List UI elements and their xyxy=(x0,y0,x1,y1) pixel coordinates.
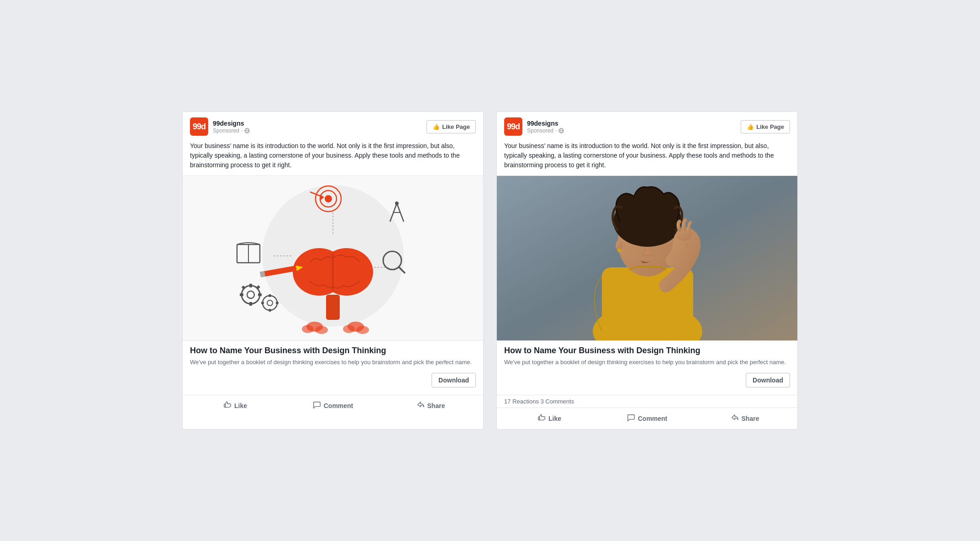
comment-action-1[interactable]: Comment xyxy=(284,397,382,414)
reactions-row: 17 Reactions 3 Comments xyxy=(497,395,797,408)
ad-content-box-1: How to Name Your Business with Design Th… xyxy=(183,341,483,395)
svg-rect-34 xyxy=(242,286,246,290)
brand-sub-2: Sponsored · xyxy=(527,127,564,134)
svg-rect-31 xyxy=(249,302,252,306)
ad-content-box-2: How to Name Your Business with Design Th… xyxy=(497,341,797,395)
globe-icon-2 xyxy=(558,128,564,133)
svg-point-59 xyxy=(617,249,621,252)
svg-point-9 xyxy=(302,325,314,333)
brand-text-1: 99designs Sponsored · xyxy=(213,119,250,134)
svg-point-36 xyxy=(263,296,277,310)
comment-icon-2 xyxy=(627,414,635,424)
photo-placeholder xyxy=(497,176,797,340)
brand-text-2: 99designs Sponsored · xyxy=(527,119,564,134)
like-page-button-1[interactable]: 👍 Like Page xyxy=(427,120,476,133)
download-row-2: Download xyxy=(504,370,790,392)
like-icon-2 xyxy=(537,414,546,424)
thumbs-up-icon-1: 👍 xyxy=(432,123,440,130)
download-button-2[interactable]: Download xyxy=(746,373,790,387)
ad-description-2: We've put together a booklet of design t… xyxy=(504,358,790,366)
card-body-text-2: Your business' name is its introduction … xyxy=(497,139,797,175)
svg-rect-30 xyxy=(249,284,252,287)
svg-rect-27 xyxy=(260,271,265,277)
dot-separator-2: · xyxy=(555,127,557,134)
brand-name-2: 99designs xyxy=(527,119,564,127)
ad-card-1: 99d 99designs Sponsored · xyxy=(182,111,484,430)
brand-info-1: 99d 99designs Sponsored · xyxy=(190,117,250,136)
svg-point-29 xyxy=(247,291,254,298)
like-page-button-2[interactable]: 👍 Like Page xyxy=(741,120,790,133)
like-icon-1 xyxy=(223,401,232,411)
share-icon-2 xyxy=(731,414,739,424)
card-header-2: 99d 99designs Sponsored · xyxy=(497,112,797,139)
brand-info-2: 99d 99designs Sponsored · xyxy=(504,117,564,136)
svg-rect-38 xyxy=(269,294,271,297)
share-action-2[interactable]: Share xyxy=(696,410,794,427)
svg-point-13 xyxy=(356,326,369,334)
download-row-1: Download xyxy=(190,370,476,392)
thumbs-up-icon-2: 👍 xyxy=(747,123,754,130)
share-action-1[interactable]: Share xyxy=(382,397,479,414)
ad-image-1 xyxy=(183,175,483,341)
like-action-2[interactable]: Like xyxy=(501,410,598,427)
ad-description-1: We've put together a booklet of design t… xyxy=(190,358,476,366)
download-button-1[interactable]: Download xyxy=(432,373,476,387)
svg-rect-40 xyxy=(261,302,264,304)
share-icon-1 xyxy=(416,401,425,411)
brand-sub-1: Sponsored · xyxy=(213,127,250,134)
cards-container: 99d 99designs Sponsored · xyxy=(182,111,798,430)
ad-card-2: 99d 99designs Sponsored · xyxy=(496,111,798,430)
ad-image-2 xyxy=(497,175,797,341)
svg-point-22 xyxy=(395,202,399,205)
brand-name-1: 99designs xyxy=(213,119,250,127)
svg-point-57 xyxy=(653,239,660,244)
globe-icon-1 xyxy=(244,128,250,133)
svg-point-5 xyxy=(320,248,373,296)
svg-rect-32 xyxy=(240,293,243,296)
svg-rect-7 xyxy=(326,295,340,320)
brand-logo-2: 99d xyxy=(504,117,522,136)
svg-point-56 xyxy=(635,239,642,245)
svg-rect-39 xyxy=(269,309,271,312)
svg-rect-41 xyxy=(276,302,279,304)
card-actions-2: Like Comment Share xyxy=(497,408,797,429)
svg-point-37 xyxy=(267,300,273,306)
svg-point-12 xyxy=(343,325,355,333)
ad-title-1: How to Name Your Business with Design Th… xyxy=(190,345,476,356)
svg-point-16 xyxy=(325,195,332,202)
brand-logo-1: 99d xyxy=(190,117,208,136)
comment-icon-1 xyxy=(313,401,321,411)
card-header-1: 99d 99designs Sponsored · xyxy=(183,112,483,139)
svg-point-10 xyxy=(315,326,328,334)
card-actions-1: Like Comment Share xyxy=(183,395,483,416)
svg-rect-33 xyxy=(258,293,262,296)
card-body-text-1: Your business' name is its introduction … xyxy=(183,139,483,175)
ad-title-2: How to Name Your Business with Design Th… xyxy=(504,345,790,356)
like-action-1[interactable]: Like xyxy=(186,397,284,414)
brain-illustration xyxy=(183,176,483,340)
dot-separator: · xyxy=(241,127,242,134)
comment-action-2[interactable]: Comment xyxy=(598,410,696,427)
